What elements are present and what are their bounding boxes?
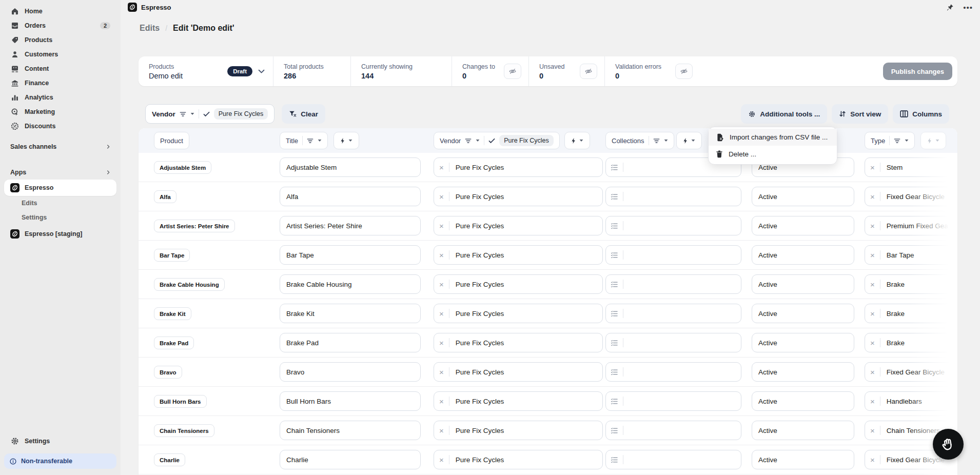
toggle-visibility-button[interactable]	[504, 64, 521, 79]
collections-bulk-action-button[interactable]	[676, 132, 702, 149]
vendor-column-filter-value[interactable]: Pure Fix Cycles	[499, 135, 554, 146]
status-input[interactable]: Active	[752, 391, 854, 411]
product-name-pill[interactable]: Bull Horn Bars	[154, 395, 207, 408]
type-input[interactable]: ×Fixed Gear Bicycle	[865, 187, 957, 206]
clear-value-icon[interactable]: ×	[434, 368, 449, 376]
title-input[interactable]: Brake Cable Housing	[280, 274, 421, 294]
caret-down-icon[interactable]	[905, 139, 909, 142]
title-input[interactable]: Brake Kit	[280, 304, 421, 323]
title-input[interactable]: Brake Pad	[280, 333, 421, 352]
title-input[interactable]: Adjustable Stem	[280, 157, 421, 177]
edit-status-picker[interactable]: Draft	[227, 66, 273, 76]
sidebar-item-home[interactable]: Home	[4, 4, 116, 18]
column-header-title[interactable]: Title	[280, 132, 328, 149]
collections-input[interactable]	[605, 421, 741, 440]
status-input[interactable]: Active	[752, 216, 854, 235]
title-bulk-action-button[interactable]	[334, 132, 359, 149]
product-name-pill[interactable]: Artist Series: Peter Shire	[154, 220, 235, 232]
status-input[interactable]: Active	[752, 421, 854, 440]
caret-down-icon[interactable]	[476, 139, 480, 142]
breadcrumb-section[interactable]: Edits	[140, 24, 160, 33]
sidebar-app-espresso-staging[interactable]: Espresso [staging]	[4, 226, 116, 242]
sidebar-subitem-settings[interactable]: Settings	[4, 210, 116, 225]
status-input[interactable]: Active	[752, 187, 854, 206]
type-input[interactable]: ×Brake	[865, 274, 957, 294]
type-input[interactable]: ×Stem	[865, 157, 957, 177]
title-input[interactable]: Artist Series: Peter Shire	[280, 216, 421, 235]
type-input[interactable]: ×Bar Tape	[865, 245, 957, 265]
collections-list-icon[interactable]	[606, 457, 623, 463]
additional-tools-button[interactable]: Additional tools ...	[741, 104, 827, 124]
clear-value-icon[interactable]: ×	[865, 281, 880, 288]
clear-value-icon[interactable]: ×	[865, 222, 880, 230]
filter-icon[interactable]	[653, 138, 660, 144]
column-header-vendor[interactable]: Vendor Pure Fix Cycles	[434, 132, 560, 149]
feedback-hand-button[interactable]	[933, 429, 964, 460]
vendor-filter[interactable]: Vendor Pure Fix Cycles	[145, 104, 275, 124]
clear-value-icon[interactable]: ×	[865, 427, 880, 434]
sidebar-item-analytics[interactable]: Analytics	[4, 90, 116, 105]
collections-list-icon[interactable]	[606, 340, 623, 346]
clear-value-icon[interactable]: ×	[434, 310, 449, 318]
product-name-pill[interactable]: Bar Tape	[154, 249, 190, 262]
status-input[interactable]: Active	[752, 450, 854, 469]
vendor-input[interactable]: ×Pure Fix Cycles	[434, 216, 603, 235]
product-name-pill[interactable]: Adjustable Stem	[154, 161, 211, 174]
type-bulk-action-button[interactable]	[920, 132, 946, 149]
filter-icon[interactable]	[180, 111, 186, 117]
clear-value-icon[interactable]: ×	[434, 251, 449, 259]
collections-input[interactable]	[605, 304, 741, 323]
collections-input[interactable]	[605, 216, 741, 235]
apps-header[interactable]: Apps	[4, 166, 116, 179]
collections-list-icon[interactable]	[606, 223, 623, 229]
status-input[interactable]: Active	[752, 274, 854, 294]
clear-value-icon[interactable]: ×	[434, 427, 449, 434]
vendor-input[interactable]: ×Pure Fix Cycles	[434, 274, 603, 294]
collections-list-icon[interactable]	[606, 164, 623, 171]
toggle-visibility-button[interactable]	[580, 64, 597, 79]
clear-value-icon[interactable]: ×	[434, 456, 449, 464]
type-input[interactable]: ×Premium Fixed Gear Bicycle	[865, 216, 957, 235]
collections-list-icon[interactable]	[606, 310, 623, 317]
pin-icon[interactable]	[946, 4, 954, 11]
title-input[interactable]: Charlie	[280, 450, 421, 469]
column-header-collections[interactable]: Collections	[605, 132, 674, 149]
clear-value-icon[interactable]: ×	[434, 398, 449, 405]
vendor-input[interactable]: ×Pure Fix Cycles	[434, 157, 603, 177]
collections-list-icon[interactable]	[606, 398, 623, 405]
status-input[interactable]: Active	[752, 333, 854, 352]
sidebar-item-finance[interactable]: Finance	[4, 76, 116, 90]
more-options-icon[interactable]: •••	[958, 4, 973, 11]
product-name-pill[interactable]: Brake Pad	[154, 337, 194, 349]
title-input[interactable]: Bravo	[280, 362, 421, 382]
clear-value-icon[interactable]: ×	[434, 193, 449, 201]
sales-channels-header[interactable]: Sales channels	[4, 141, 116, 153]
collections-input[interactable]	[605, 391, 741, 411]
collections-input[interactable]	[605, 245, 741, 265]
collections-input[interactable]	[605, 362, 741, 382]
caret-down-icon[interactable]	[318, 139, 322, 142]
title-input[interactable]: Bar Tape	[280, 245, 421, 265]
menu-item-delete[interactable]: Delete ...	[709, 146, 837, 163]
sidebar-item-marketing[interactable]: Marketing	[4, 105, 116, 119]
title-input[interactable]: Alfa	[280, 187, 421, 206]
vendor-input[interactable]: ×Pure Fix Cycles	[434, 421, 603, 440]
collections-input[interactable]	[605, 274, 741, 294]
title-input[interactable]: Chain Tensioners	[280, 421, 421, 440]
collections-list-icon[interactable]	[606, 193, 623, 200]
status-input[interactable]: Active	[752, 362, 854, 382]
filter-icon[interactable]	[894, 138, 900, 144]
collections-input[interactable]	[605, 333, 741, 352]
column-header-type[interactable]: Type	[865, 132, 915, 149]
collections-input[interactable]	[605, 450, 741, 469]
toggle-visibility-button[interactable]	[675, 64, 693, 79]
clear-value-icon[interactable]: ×	[865, 368, 880, 376]
menu-item-import-changes-from-csv-file[interactable]: Import changes from CSV file ...	[709, 129, 837, 146]
product-name-pill[interactable]: Bravo	[154, 366, 182, 379]
collections-input[interactable]	[605, 187, 741, 206]
clear-value-icon[interactable]: ×	[865, 193, 880, 201]
clear-value-icon[interactable]: ×	[865, 398, 880, 405]
clear-value-icon[interactable]: ×	[865, 456, 880, 464]
product-name-pill[interactable]: Brake Cable Housing	[154, 278, 225, 291]
sidebar-item-settings[interactable]: Settings	[4, 434, 116, 448]
